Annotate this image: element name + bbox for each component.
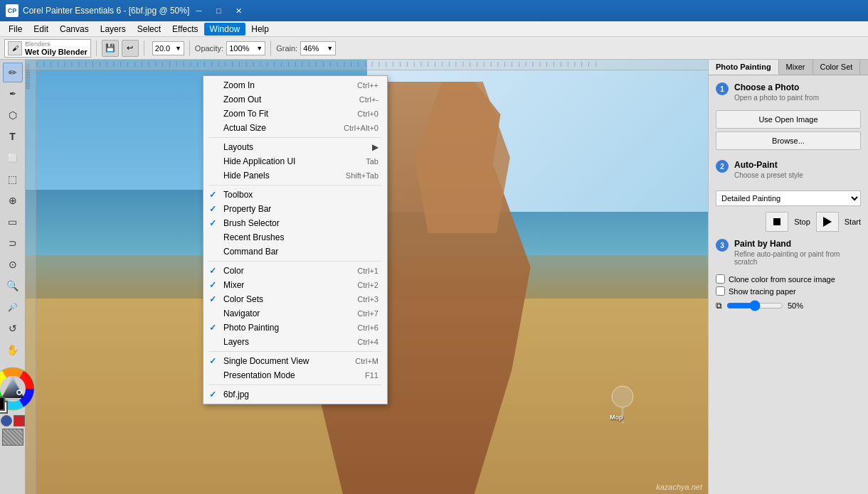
- tool-transform[interactable]: ⊕: [3, 190, 23, 210]
- opacity-slider[interactable]: [726, 300, 783, 311]
- menu-color-sets[interactable]: ✓ Color Sets Ctrl+3: [203, 292, 387, 306]
- menu-zoom-in[interactable]: Zoom In Ctrl++: [203, 78, 387, 92]
- menu-layers[interactable]: Layers Ctrl+4: [203, 335, 387, 349]
- menu-hide-panels[interactable]: Hide Panels Shift+Tab: [203, 168, 387, 183]
- menu-help[interactable]: Help: [245, 23, 275, 36]
- menu-actual-size[interactable]: Actual Size Ctrl+Alt+0: [203, 121, 387, 135]
- menu-effects[interactable]: Effects: [166, 23, 203, 36]
- texture-swatch[interactable]: [2, 429, 23, 446]
- brush-category: Blenders: [25, 41, 88, 48]
- tab-mixer[interactable]: Mixer: [779, 60, 813, 75]
- menu-command-bar[interactable]: Command Bar: [203, 245, 387, 259]
- tool-paint-bucket[interactable]: ⬡: [3, 105, 23, 125]
- menu-toolbox[interactable]: ✓ Toolbox: [203, 188, 387, 202]
- tracing-paper-label: Show tracing paper: [729, 287, 796, 296]
- title-bar: CP Corel Painter Essentials 6 - [6bf.jpg…: [0, 0, 868, 21]
- menu-color[interactable]: ✓ Color Ctrl+1: [203, 264, 387, 278]
- style-select[interactable]: Detailed Painting Impressionist Watercol…: [716, 190, 861, 206]
- tool-text[interactable]: T: [3, 127, 23, 146]
- menu-file[interactable]: File: [3, 23, 28, 36]
- menu-select[interactable]: Select: [132, 23, 166, 36]
- menu-zoom-fit[interactable]: Zoom To Fit Ctrl+0: [203, 107, 387, 121]
- foreground-color[interactable]: [0, 397, 5, 411]
- tool-zoom-in[interactable]: 🔍: [3, 276, 23, 296]
- brush-variant: Wet Oily Blender: [25, 48, 88, 56]
- start-button[interactable]: [816, 212, 839, 232]
- menu-zoom-out[interactable]: Zoom Out Ctrl+-: [203, 92, 387, 107]
- start-icon: [823, 217, 832, 227]
- brush-info[interactable]: 🖌 Blenders Wet Oily Blender: [4, 39, 91, 58]
- tool-brush[interactable]: ✏: [3, 63, 23, 82]
- menu-window[interactable]: Window: [204, 23, 246, 36]
- step-3: 3 Paint by Hand Refine auto-painting or …: [716, 239, 861, 266]
- tool-hand[interactable]: ✋: [3, 340, 23, 360]
- menu-bar: File Edit Canvas Layers Select Effects W…: [0, 21, 868, 37]
- sep2: [144, 41, 144, 56]
- color-section: [0, 365, 36, 448]
- opacity-row: ⧉ 50%: [716, 300, 861, 311]
- mop-brush-indicator: Mop: [605, 382, 640, 426]
- tool-shape[interactable]: ⬚: [3, 169, 23, 189]
- sep-2: [209, 185, 381, 186]
- grain-input[interactable]: 46% ▼: [300, 41, 336, 55]
- color-swatch-red[interactable]: [14, 415, 25, 426]
- menu-single-doc[interactable]: ✓ Single Document View Ctrl+M: [203, 354, 387, 368]
- browse-button[interactable]: Browse...: [716, 131, 861, 150]
- use-open-image-button[interactable]: Use Open Image: [716, 110, 861, 129]
- menu-recent-brushes[interactable]: Recent Brushes: [203, 230, 387, 245]
- menu-property-bar[interactable]: ✓ Property Bar: [203, 202, 387, 216]
- color-swatch-blue[interactable]: [1, 415, 12, 426]
- menu-brush-selector[interactable]: ✓ Brush Selector: [203, 216, 387, 230]
- close-button[interactable]: ✕: [229, 3, 248, 18]
- window-menu[interactable]: Zoom In Ctrl++ Zoom Out Ctrl+- Zoom To F…: [203, 75, 388, 404]
- toolbar: 🖌 Blenders Wet Oily Blender 💾 ↩ 20.0 ▼ O…: [0, 37, 868, 60]
- tool-rotate[interactable]: ↺: [3, 318, 23, 338]
- brush-icon: 🖌: [8, 41, 22, 55]
- menu-layers[interactable]: Layers: [95, 23, 132, 36]
- save-button[interactable]: 💾: [102, 40, 119, 57]
- tool-dodge[interactable]: ⊙: [3, 254, 23, 274]
- tracing-paper-checkbox[interactable]: [716, 286, 725, 296]
- step-2-num: 2: [716, 160, 729, 173]
- opacity-input[interactable]: 100% ▼: [226, 41, 265, 55]
- minimize-button[interactable]: ─: [189, 3, 208, 18]
- step-3-title: Paint by Hand: [734, 239, 861, 249]
- menu-mixer[interactable]: ✓ Mixer Ctrl+2: [203, 278, 387, 292]
- tool-zoom-out[interactable]: 🔎: [3, 297, 23, 317]
- tool-eraser[interactable]: ⬜: [3, 148, 23, 168]
- panel-content: 1 Choose a Photo Open a photo to paint f…: [709, 75, 868, 494]
- svg-text:Mop: Mop: [610, 414, 623, 421]
- clone-color-checkbox[interactable]: [716, 274, 725, 284]
- menu-layouts[interactable]: Layouts ▶: [203, 140, 387, 154]
- ruler-horizontal: ||||||||||||||||||||||||||||||||||||||||…: [26, 60, 708, 70]
- tab-photo-painting[interactable]: Photo Painting: [709, 60, 779, 75]
- menu-edit[interactable]: Edit: [28, 23, 54, 36]
- maximize-button[interactable]: □: [209, 3, 228, 18]
- tab-color-set[interactable]: Color Set: [813, 60, 861, 75]
- menu-photo-painting[interactable]: ✓ Photo Painting Ctrl+6: [203, 321, 387, 335]
- tool-eyedropper[interactable]: ✒: [3, 84, 23, 104]
- clone-color-label: Clone color from source image: [729, 275, 835, 284]
- tool-lasso[interactable]: ⊃: [3, 233, 23, 253]
- menu-canvas[interactable]: Canvas: [54, 23, 95, 36]
- menu-filename[interactable]: ✓ 6bf.jpg: [203, 387, 387, 402]
- play-controls: Stop Start: [716, 212, 861, 232]
- tracing-paper-row: Show tracing paper: [716, 286, 861, 296]
- svg-point-8: [612, 386, 633, 407]
- color-wheel-container[interactable]: [0, 365, 36, 412]
- opacity-label: Opacity:: [195, 44, 223, 53]
- right-panel: Photo Painting Mixer Color Set 1 Choose …: [708, 60, 868, 494]
- undo-button[interactable]: ↩: [122, 40, 139, 57]
- menu-hide-app-ui[interactable]: Hide Application UI Tab: [203, 154, 387, 168]
- tool-selection-rect[interactable]: ▭: [3, 212, 23, 232]
- size-input[interactable]: 20.0 ▼: [152, 41, 184, 55]
- stop-button[interactable]: [766, 212, 788, 232]
- app-icon: CP: [6, 4, 18, 17]
- brush-details: Blenders Wet Oily Blender: [25, 41, 88, 56]
- step-1-num: 1: [716, 82, 729, 95]
- sep1: [96, 41, 97, 56]
- menu-navigator[interactable]: Navigator Ctrl+7: [203, 306, 387, 321]
- window-controls: ─ □ ✕: [189, 3, 248, 18]
- sep4: [270, 41, 271, 56]
- menu-presentation[interactable]: Presentation Mode F11: [203, 368, 387, 382]
